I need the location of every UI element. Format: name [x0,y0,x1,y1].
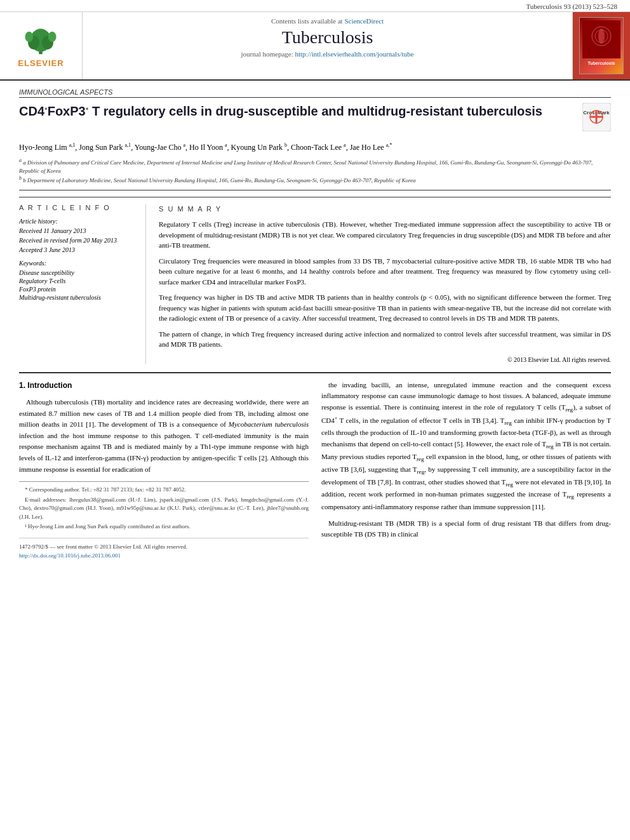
intro-col-right: the invading bacilli, an intense, unregu… [321,380,611,561]
elsevier-logo: ELSEVIER [18,24,64,68]
journal-top-ref: Tuberculosis 93 (2013) 523–528 [526,3,617,10]
affiliations: a a Division of Pulmonary and Critical C… [19,157,611,190]
section-separator [19,372,611,373]
cover-art [582,20,620,58]
keyword-item: FoxP3 protein [19,286,136,293]
keywords-list: Disease susceptibility Regulatory T-cell… [19,269,136,301]
journal-cover-image: Tuberculosis [579,17,624,74]
section-label: IMMUNOLOGICAL ASPECTS [19,88,611,98]
journal-cover-section: Tuberculosis [573,12,630,79]
keywords-section: Keywords: Disease susceptibility Regulat… [19,260,136,301]
article-info-column: A R T I C L E I N F O Article history: R… [19,204,146,364]
article-info-heading: A R T I C L E I N F O [19,204,136,211]
authors: Hyo-Jeong Lim a,1, Jong Sun Park a,1, Yo… [19,142,611,153]
keyword-item: Multidrug-resistant tuberculosis [19,294,136,301]
footer-issn: 1472-9792/$ — see front matter © 2013 El… [19,542,309,551]
article-info-summary-row: A R T I C L E I N F O Article history: R… [19,197,611,364]
elsevier-tree-icon [22,24,60,56]
footnote-corresponding: * Corresponding author. Tel.: +82 31 787… [19,486,309,495]
intro-para-right-2: Multidrug-resistant TB (MDR TB) is a spe… [321,518,611,540]
summary-section: S U M M A R Y Regulatory T cells (Treg) … [159,204,611,364]
journal-header-center: Contents lists available at ScienceDirec… [83,12,573,79]
summary-para-4: The pattern of change, in which Treg fre… [159,329,611,350]
intro-col-left: 1. Introduction Although tuberculosis (T… [19,380,309,561]
keyword-item: Regulatory T-cells [19,277,136,284]
footer-doi: http://dx.doi.org/10.1016/j.tube.2013.06… [19,551,309,560]
article-history: Article history: Received 11 January 201… [19,217,136,255]
summary-para-2: Circulatory Treg frequencies were measur… [159,256,611,288]
intro-heading: 1. Introduction [19,380,309,392]
svg-point-5 [48,31,57,41]
keyword-item: Disease susceptibility [19,269,136,276]
journal-homepage-link[interactable]: http://intl.elsevierhealth.com/journals/… [295,50,413,58]
sciencedirect-line: Contents lists available at ScienceDirec… [95,17,560,25]
footnote-emails: E-mail addresses: lhregulus38@gmail.com … [19,496,309,522]
article-title-text: CD4+FoxP3+ T regulatory cells in drug-su… [19,103,582,119]
svg-point-9 [598,29,605,44]
journal-top-bar: Tuberculosis 93 (2013) 523–528 [0,0,630,12]
journal-header: ELSEVIER Contents lists available at Sci… [0,12,630,81]
summary-para-1: Regulatory T cells (Treg) increase in ac… [159,219,611,251]
sciencedirect-link[interactable]: ScienceDirect [344,17,384,25]
article-footer: 1472-9792/$ — see front matter © 2013 El… [19,538,309,561]
page-container: Tuberculosis 93 (2013) 523–528 ELSEVIER [0,0,630,840]
footer-doi-link[interactable]: http://dx.doi.org/10.1016/j.tube.2013.06… [19,552,121,559]
cover-title: Tuberculosis [587,61,615,65]
copyright-line: © 2013 Elsevier Ltd. All rights reserved… [159,355,611,364]
intro-para-right-1: the invading bacilli, an intense, unregu… [321,380,611,513]
intro-para-left-1: Although tuberculosis (TB) mortality and… [19,397,309,475]
svg-point-4 [25,31,34,41]
article-body: IMMUNOLOGICAL ASPECTS CD4+FoxP3+ T regul… [0,81,630,568]
crossmark-icon: CrossMark [582,103,611,131]
journal-homepage: journal homepage: http://intl.elsevierhe… [95,50,560,58]
journal-title: Tuberculosis [95,27,560,48]
footnotes: * Corresponding author. Tel.: +82 31 787… [19,481,309,531]
summary-heading: S U M M A R Y [159,204,611,215]
summary-para-3: Treg frequency was higher in DS TB and a… [159,292,611,324]
elsevier-logo-section: ELSEVIER [0,12,83,79]
footnote-equal-contrib: ¹ Hyo-Jeong Lim and Jong Sun Park equall… [19,523,309,531]
crossmark-badge[interactable]: CrossMark [582,103,611,135]
elsevier-name: ELSEVIER [18,58,64,68]
introduction-section: 1. Introduction Although tuberculosis (T… [19,380,611,561]
article-title-row: CD4+FoxP3+ T regulatory cells in drug-su… [19,103,611,135]
